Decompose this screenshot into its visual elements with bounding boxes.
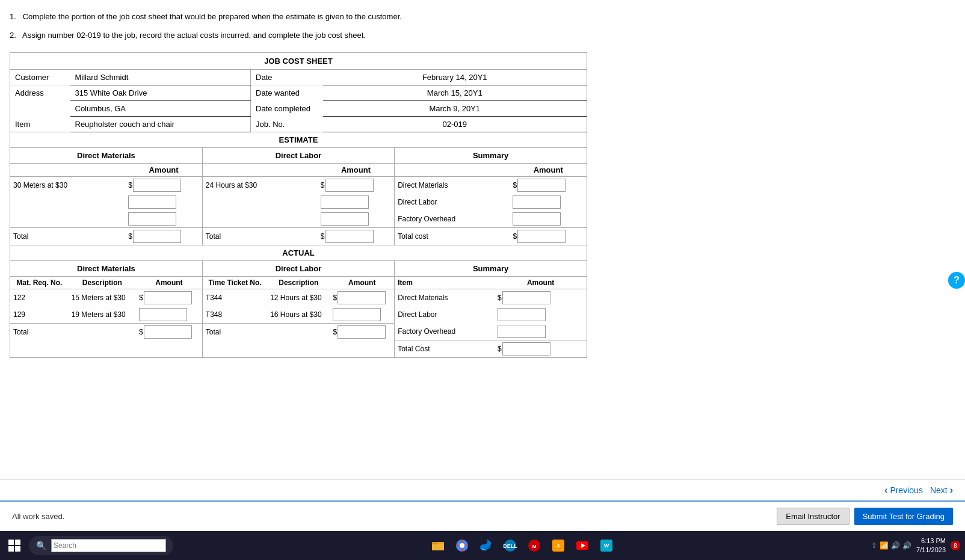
act-dl-total-input[interactable] [338,325,386,339]
date-value: February 14, 20Y1 [323,69,587,85]
email-instructor-button[interactable]: Email Instructor [777,508,849,525]
est-dm-row1-input[interactable] [133,179,181,192]
previous-button[interactable]: ‹ Previous [884,485,923,496]
search-icon: 🔍 [36,541,46,550]
act-dm-row1-input[interactable] [144,291,192,304]
main-content: 1. Complete the portion of the job cost … [0,0,965,479]
act-dl-row2-ticket: T348 [203,306,267,324]
act-dm-row1-desc: 15 Meters at $30 [69,289,136,306]
system-clock[interactable]: 6:13 PM 7/11/2023 [916,537,946,555]
clock-time: 6:13 PM [916,537,946,546]
taskbar: 🔍 [0,531,965,560]
customer-value: Millard Schmidt [70,69,251,85]
act-dm-total-label: Total [10,323,69,340]
est-dm-total-input[interactable] [133,230,181,243]
act-summary-dm-input[interactable] [502,291,550,304]
est-summary-dm-input[interactable] [517,179,566,192]
submit-test-button[interactable]: Submit Test for Grading [854,508,953,525]
taskbar-app-youtube[interactable] [572,535,593,556]
taskbar-app-amazon[interactable]: a [547,535,569,556]
act-dm-desc-header: Description [69,276,136,289]
svg-point-4 [460,543,464,548]
search-input[interactable] [51,539,166,552]
taskbar-app-browser[interactable] [451,535,473,556]
taskbar-app-file-explorer[interactable] [427,535,449,556]
est-dl-total-input[interactable] [325,230,374,243]
est-summary-header: Summary [395,148,587,164]
estimate-title: ESTIMATE [10,132,587,147]
act-dl-row2-input[interactable] [333,308,381,321]
item-value: Reupholster couch and chair [70,116,251,132]
help-button[interactable]: ? [948,272,965,289]
act-dm-row2-desc: 19 Meters at $30 [69,306,136,324]
job-cost-sheet: JOB COST SHEET Customer Millard Schmidt … [10,52,587,358]
next-button[interactable]: Next › [930,485,953,496]
act-dl-row2-desc: 16 Hours at $30 [267,306,330,324]
act-summary-dl-label: Direct Labor [395,306,495,323]
act-dm-total-input[interactable] [144,325,192,339]
taskbar-app-misc[interactable]: W [596,535,617,556]
est-summary-dm-label: Direct Materials [395,176,510,194]
est-dm-row3-input[interactable] [128,212,176,226]
est-dl-row2-input[interactable] [321,195,369,209]
volume-icon: 🔊 [891,541,900,550]
jcs-title: JOB COST SHEET [10,52,587,69]
chevron-left-icon: ‹ [884,485,887,496]
act-dl-header: Direct Labor [203,261,394,277]
est-dl-row1-input[interactable] [325,179,374,192]
act-summary-fo-label: Factory Overhead [395,323,495,340]
chevron-up-icon[interactable]: ⇧ [871,541,877,550]
act-dl-row1-input[interactable] [338,291,386,304]
act-dm-header: Direct Materials [10,261,202,277]
windows-logo-icon [8,540,20,552]
job-no-value: 02-019 [323,116,587,132]
job-no-label: Job. No. [251,116,323,132]
est-summary-fo-input[interactable] [513,212,561,226]
date-wanted-label: Date wanted [251,85,323,100]
taskbar-app-dell[interactable]: DELL [499,535,521,556]
item-label: Item [10,116,70,132]
est-dm-amount-header: Amount [125,163,202,176]
est-summary-dl-input[interactable] [513,195,561,209]
act-summary-dl-input[interactable] [498,308,546,321]
notification-badge[interactable]: 8 [951,541,960,550]
footer-bar: All work saved. Email Instructor Submit … [0,500,965,531]
est-dl-header: Direct Labor [203,148,394,164]
address-label: Address [10,85,70,100]
start-button[interactable] [5,536,24,555]
est-dm-header: Direct Materials [10,148,202,164]
est-dl-row1-label: 24 Hours at $30 [203,176,318,194]
act-summary-fo-input[interactable] [498,325,546,338]
est-dm-row2-input[interactable] [128,195,176,209]
search-bar[interactable]: 🔍 [29,536,173,555]
date-label: Date [251,69,323,85]
date-wanted-value: March 15, 20Y1 [323,85,587,100]
taskbar-app-security[interactable]: M [523,535,545,556]
act-dm-row2-input[interactable] [139,308,187,321]
act-dm-amount-header: Amount [136,276,202,289]
act-summary-dm-label: Direct Materials [395,289,495,306]
clock-date: 7/11/2023 [916,546,946,555]
est-dm-row1-label: 30 Meters at $30 [10,176,125,194]
svg-text:M: M [532,544,537,549]
act-dl-total-label: Total [203,323,267,340]
act-summary-total-input[interactable] [502,342,550,355]
address-line2: Columbus, GA [70,100,251,116]
customer-label: Customer [10,69,70,85]
instruction-1: 1. Complete the portion of the job cost … [10,10,941,23]
act-dl-desc-header: Description [267,276,330,289]
instructions: 1. Complete the portion of the job cost … [10,10,941,43]
chevron-right-icon: › [950,485,953,496]
est-summary-dl-label: Direct Labor [395,194,510,211]
act-dm-row2-mat: 129 [10,306,69,324]
taskbar-right: ⇧ 📶 🔊 🔊 6:13 PM 7/11/2023 8 [871,537,960,555]
est-dl-row3-input[interactable] [321,212,369,226]
est-summary-amount-header: Amount [510,163,587,176]
est-dl-total-label: Total [203,227,318,245]
speaker-icon: 🔊 [902,541,911,550]
address-line1: 315 White Oak Drive [70,85,251,100]
taskbar-app-edge[interactable] [475,535,497,556]
svg-text:W: W [604,543,609,549]
est-summary-total-label: Total cost [395,227,510,245]
est-summary-total-input[interactable] [517,230,566,243]
